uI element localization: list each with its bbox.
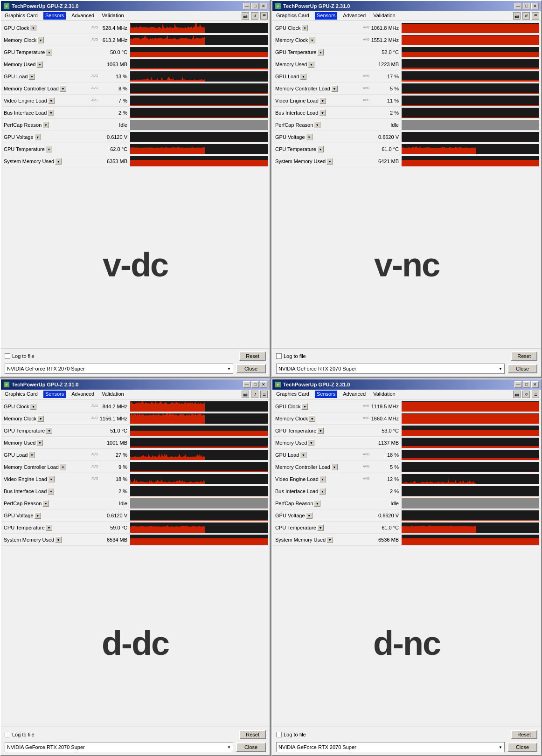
sensor-dropdown-arrow[interactable]: ▼ bbox=[28, 452, 35, 458]
refresh-icon[interactable]: ↺ bbox=[251, 391, 258, 398]
menu-icon[interactable]: ☰ bbox=[260, 391, 268, 398]
maximize-button[interactable]: □ bbox=[251, 3, 259, 9]
sensor-dropdown-arrow[interactable]: ▼ bbox=[35, 134, 41, 140]
sensor-dropdown-arrow[interactable]: ▼ bbox=[46, 524, 52, 531]
sensor-dropdown-arrow[interactable]: ▼ bbox=[42, 122, 49, 128]
close-button[interactable]: Close bbox=[507, 742, 537, 752]
sensor-dropdown-arrow[interactable]: ▼ bbox=[301, 403, 308, 410]
maximize-button[interactable]: □ bbox=[523, 3, 530, 9]
tab-validation[interactable]: Validation bbox=[371, 391, 397, 398]
sensor-dropdown-arrow[interactable]: ▼ bbox=[37, 37, 44, 43]
sensor-dropdown-arrow[interactable]: ▼ bbox=[46, 146, 52, 152]
log-to-file-checkbox[interactable] bbox=[276, 732, 282, 737]
sensor-dropdown-arrow[interactable]: ▼ bbox=[28, 73, 35, 80]
sensor-dropdown-arrow[interactable]: ▼ bbox=[306, 134, 313, 140]
minimize-button[interactable]: — bbox=[514, 381, 522, 388]
camera-icon[interactable]: 📷 bbox=[242, 12, 249, 20]
reset-button[interactable]: Reset bbox=[239, 351, 266, 361]
camera-icon[interactable]: 📷 bbox=[513, 12, 521, 20]
refresh-icon[interactable]: ↺ bbox=[522, 12, 530, 20]
log-to-file-checkbox[interactable] bbox=[5, 353, 10, 359]
sensor-dropdown-arrow[interactable]: ▼ bbox=[35, 512, 41, 519]
sensor-dropdown-arrow[interactable]: ▼ bbox=[308, 61, 314, 68]
refresh-icon[interactable]: ↺ bbox=[251, 12, 258, 20]
sensor-dropdown-arrow[interactable]: ▼ bbox=[314, 122, 320, 128]
sensor-dropdown-arrow[interactable]: ▼ bbox=[60, 85, 66, 92]
sensor-dropdown-arrow[interactable]: ▼ bbox=[55, 536, 62, 543]
gpu-select[interactable]: NVIDIA GeForce RTX 2070 Super▼ bbox=[276, 364, 505, 374]
camera-icon[interactable]: 📷 bbox=[242, 391, 249, 398]
sensor-dropdown-arrow[interactable]: ▼ bbox=[48, 476, 55, 482]
tab-validation[interactable]: Validation bbox=[100, 391, 126, 398]
sensor-dropdown-arrow[interactable]: ▼ bbox=[36, 440, 43, 446]
sensor-dropdown-arrow[interactable]: ▼ bbox=[327, 158, 333, 165]
reset-button[interactable]: Reset bbox=[239, 730, 266, 739]
close-button[interactable]: Close bbox=[236, 742, 266, 752]
close-button[interactable]: ✕ bbox=[531, 3, 539, 9]
sensor-dropdown-arrow[interactable]: ▼ bbox=[331, 464, 338, 470]
sensor-dropdown-arrow[interactable]: ▼ bbox=[317, 427, 324, 434]
minimize-button[interactable]: — bbox=[243, 381, 250, 388]
tab-sensors[interactable]: Sensors bbox=[315, 12, 337, 20]
sensor-dropdown-arrow[interactable]: ▼ bbox=[42, 500, 49, 507]
close-button[interactable]: ✕ bbox=[531, 381, 539, 388]
sensor-dropdown-arrow[interactable]: ▼ bbox=[48, 97, 55, 104]
sensor-dropdown-arrow[interactable]: ▼ bbox=[301, 25, 308, 31]
sensor-dropdown-arrow[interactable]: ▼ bbox=[300, 452, 306, 458]
sensor-dropdown-arrow[interactable]: ▼ bbox=[308, 440, 314, 446]
tab-advanced[interactable]: Advanced bbox=[341, 12, 368, 20]
sensor-dropdown-arrow[interactable]: ▼ bbox=[306, 512, 313, 519]
tab-sensors[interactable]: Sensors bbox=[43, 12, 66, 20]
sensor-dropdown-arrow[interactable]: ▼ bbox=[36, 61, 43, 68]
reset-button[interactable]: Reset bbox=[511, 730, 537, 739]
sensor-dropdown-arrow[interactable]: ▼ bbox=[314, 500, 320, 507]
minimize-button[interactable]: — bbox=[514, 3, 522, 9]
refresh-icon[interactable]: ↺ bbox=[522, 391, 530, 398]
tab-graphics-card[interactable]: Graphics Card bbox=[3, 12, 40, 20]
sensor-dropdown-arrow[interactable]: ▼ bbox=[317, 524, 324, 531]
gpu-select[interactable]: NVIDIA GeForce RTX 2070 Super▼ bbox=[5, 364, 233, 374]
sensor-dropdown-arrow[interactable]: ▼ bbox=[309, 415, 315, 422]
menu-icon[interactable]: ☰ bbox=[532, 12, 539, 20]
sensor-dropdown-arrow[interactable]: ▼ bbox=[327, 536, 333, 543]
sensor-dropdown-arrow[interactable]: ▼ bbox=[30, 403, 36, 410]
maximize-button[interactable]: □ bbox=[523, 381, 530, 388]
maximize-button[interactable]: □ bbox=[251, 381, 259, 388]
tab-graphics-card[interactable]: Graphics Card bbox=[3, 391, 40, 398]
gpu-select[interactable]: NVIDIA GeForce RTX 2070 Super▼ bbox=[5, 742, 233, 752]
tab-validation[interactable]: Validation bbox=[100, 12, 126, 20]
close-button[interactable]: ✕ bbox=[260, 3, 267, 9]
sensor-dropdown-arrow[interactable]: ▼ bbox=[37, 415, 44, 422]
sensor-dropdown-arrow[interactable]: ▼ bbox=[46, 427, 52, 434]
close-button[interactable]: Close bbox=[507, 364, 537, 373]
camera-icon[interactable]: 📷 bbox=[513, 391, 521, 398]
sensor-dropdown-arrow[interactable]: ▼ bbox=[46, 49, 52, 55]
close-button[interactable]: Close bbox=[236, 364, 266, 373]
sensor-dropdown-arrow[interactable]: ▼ bbox=[319, 488, 326, 495]
sensor-dropdown-arrow[interactable]: ▼ bbox=[60, 464, 66, 470]
reset-button[interactable]: Reset bbox=[511, 351, 537, 361]
sensor-dropdown-arrow[interactable]: ▼ bbox=[48, 488, 54, 495]
tab-validation[interactable]: Validation bbox=[371, 12, 397, 20]
tab-advanced[interactable]: Advanced bbox=[69, 12, 96, 20]
sensor-dropdown-arrow[interactable]: ▼ bbox=[48, 110, 54, 116]
menu-icon[interactable]: ☰ bbox=[260, 12, 268, 20]
tab-sensors[interactable]: Sensors bbox=[43, 391, 66, 398]
tab-advanced[interactable]: Advanced bbox=[341, 391, 368, 398]
sensor-dropdown-arrow[interactable]: ▼ bbox=[331, 85, 338, 92]
log-to-file-checkbox[interactable] bbox=[5, 732, 10, 737]
sensor-dropdown-arrow[interactable]: ▼ bbox=[317, 49, 324, 55]
sensor-dropdown-arrow[interactable]: ▼ bbox=[30, 25, 36, 31]
tab-graphics-card[interactable]: Graphics Card bbox=[274, 12, 311, 20]
sensor-dropdown-arrow[interactable]: ▼ bbox=[319, 110, 326, 116]
log-to-file-checkbox[interactable] bbox=[276, 353, 282, 359]
sensor-dropdown-arrow[interactable]: ▼ bbox=[309, 37, 315, 43]
sensor-dropdown-arrow[interactable]: ▼ bbox=[320, 476, 326, 482]
close-button[interactable]: ✕ bbox=[260, 381, 267, 388]
tab-sensors[interactable]: Sensors bbox=[315, 391, 337, 398]
sensor-dropdown-arrow[interactable]: ▼ bbox=[300, 73, 306, 80]
menu-icon[interactable]: ☰ bbox=[532, 391, 539, 398]
gpu-select[interactable]: NVIDIA GeForce RTX 2070 Super▼ bbox=[276, 742, 505, 752]
tab-graphics-card[interactable]: Graphics Card bbox=[274, 391, 311, 398]
sensor-dropdown-arrow[interactable]: ▼ bbox=[55, 158, 62, 165]
